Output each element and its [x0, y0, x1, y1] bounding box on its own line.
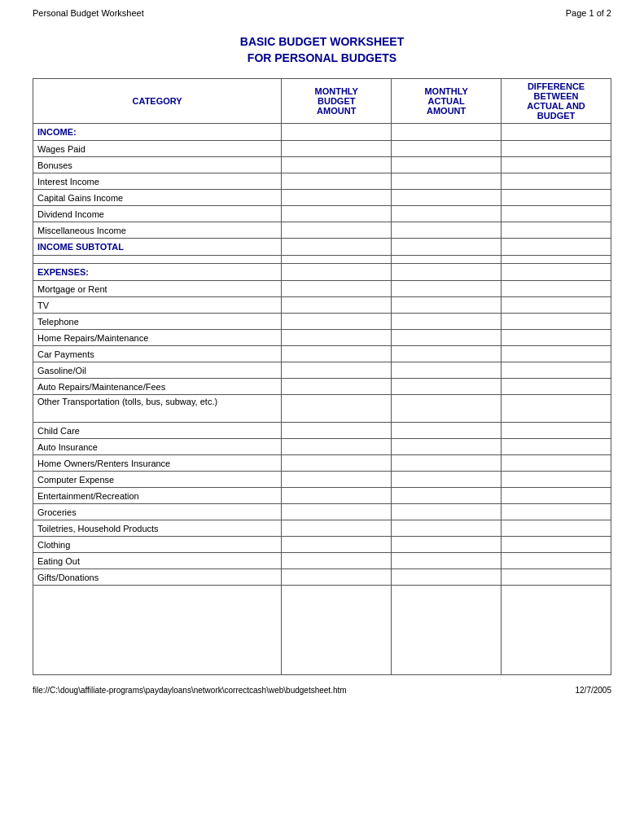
- category-cell: Computer Expense: [33, 472, 282, 488]
- actual-cell: [392, 346, 502, 362]
- category-cell: Gifts/Donations: [33, 569, 282, 586]
- table-row: [33, 256, 611, 264]
- actual-cell: [392, 222, 502, 239]
- actual-cell: [392, 157, 502, 173]
- category-cell: Home Repairs/Maintenance: [33, 330, 282, 346]
- difference-cell: [502, 190, 611, 206]
- category-cell: Other Transportation (tolls, bus, subway…: [33, 395, 282, 423]
- category-cell: Entertainment/Recreation: [33, 488, 282, 504]
- budget-cell: [282, 297, 392, 314]
- table-row: INCOME SUBTOTAL: [33, 239, 611, 256]
- category-cell: Telephone: [33, 314, 282, 330]
- budget-table: CATEGORY MONTHLYBUDGETAMOUNT MONTHLYACTU…: [33, 78, 611, 675]
- table-row: TV: [33, 297, 611, 314]
- difference-cell: [502, 362, 611, 379]
- budget-cell: [282, 395, 392, 423]
- budget-cell: [282, 314, 392, 330]
- difference-cell: [502, 141, 611, 157]
- category-cell: Eating Out: [33, 553, 282, 569]
- actual-cell: [392, 281, 502, 297]
- table-row: Computer Expense: [33, 472, 611, 488]
- budget-cell: [282, 190, 392, 206]
- category-cell: Miscellaneous Income: [33, 222, 282, 239]
- budget-cell: [282, 488, 392, 504]
- footer-right: 12/7/2005: [576, 686, 612, 695]
- table-row: Eating Out: [33, 553, 611, 569]
- difference-cell: [502, 314, 611, 330]
- table-row: Gifts/Donations: [33, 569, 611, 586]
- actual-cell: [392, 439, 502, 455]
- actual-cell: [392, 553, 502, 569]
- table-row: Home Repairs/Maintenance: [33, 330, 611, 346]
- col-category-header: CATEGORY: [33, 79, 282, 124]
- header-right: Page 1 of 2: [566, 8, 611, 18]
- table-row: Gasoline/Oil: [33, 362, 611, 379]
- worksheet-container: CATEGORY MONTHLYBUDGETAMOUNT MONTHLYACTU…: [0, 78, 644, 675]
- difference-cell: [502, 297, 611, 314]
- difference-cell: [502, 346, 611, 362]
- difference-cell: [502, 553, 611, 569]
- category-cell: Interest Income: [33, 173, 282, 190]
- category-cell: Child Care: [33, 423, 282, 439]
- budget-cell: [282, 379, 392, 395]
- budget-cell: [282, 157, 392, 173]
- actual-cell: [392, 190, 502, 206]
- title-line2: FOR PERSONAL BUDGETS: [0, 50, 644, 67]
- actual-cell: [392, 520, 502, 537]
- difference-cell: [502, 157, 611, 173]
- budget-cell: [282, 553, 392, 569]
- table-row: Telephone: [33, 314, 611, 330]
- category-cell: Car Payments: [33, 346, 282, 362]
- table-row: Miscellaneous Income: [33, 222, 611, 239]
- category-cell: Bonuses: [33, 157, 282, 173]
- actual-cell: [392, 504, 502, 520]
- table-row: Clothing: [33, 537, 611, 553]
- budget-cell: [282, 520, 392, 537]
- category-cell: Groceries: [33, 504, 282, 520]
- actual-cell: [392, 379, 502, 395]
- table-row: Mortgage or Rent: [33, 281, 611, 297]
- main-title: BASIC BUDGET WORKSHEET FOR PERSONAL BUDG…: [0, 22, 644, 78]
- difference-cell: [502, 472, 611, 488]
- category-cell: Auto Insurance: [33, 439, 282, 455]
- table-row: Home Owners/Renters Insurance: [33, 455, 611, 472]
- actual-cell: [392, 455, 502, 472]
- section-label-cell: EXPENSES:: [33, 264, 282, 281]
- table-row: EXPENSES:: [33, 264, 611, 281]
- table-row: INCOME:: [33, 124, 611, 141]
- actual-cell: [392, 173, 502, 190]
- budget-cell: [282, 455, 392, 472]
- budget-cell: [282, 330, 392, 346]
- difference-cell: [502, 395, 611, 423]
- category-cell: Mortgage or Rent: [33, 281, 282, 297]
- actual-cell: [392, 297, 502, 314]
- page-footer: file://C:\doug\affiliate-programs\payday…: [0, 679, 644, 701]
- table-row: Auto Repairs/Maintenance/Fees: [33, 379, 611, 395]
- table-row: Entertainment/Recreation: [33, 488, 611, 504]
- actual-cell: [392, 314, 502, 330]
- actual-cell: [392, 362, 502, 379]
- difference-cell: [502, 206, 611, 222]
- budget-cell: [282, 346, 392, 362]
- category-cell: TV: [33, 297, 282, 314]
- difference-cell: [502, 537, 611, 553]
- table-row: Auto Insurance: [33, 439, 611, 455]
- table-row: Capital Gains Income: [33, 190, 611, 206]
- category-cell: Clothing: [33, 537, 282, 553]
- budget-cell: [282, 206, 392, 222]
- table-row: Car Payments: [33, 346, 611, 362]
- actual-cell: [392, 569, 502, 586]
- difference-cell: [502, 281, 611, 297]
- actual-cell: [392, 206, 502, 222]
- difference-cell: [502, 520, 611, 537]
- budget-cell: [282, 423, 392, 439]
- difference-cell: [502, 173, 611, 190]
- actual-cell: [392, 330, 502, 346]
- budget-cell: [282, 537, 392, 553]
- budget-cell: [282, 173, 392, 190]
- actual-cell: [392, 423, 502, 439]
- category-cell: Auto Repairs/Maintenance/Fees: [33, 379, 282, 395]
- table-header-row: CATEGORY MONTHLYBUDGETAMOUNT MONTHLYACTU…: [33, 79, 611, 124]
- budget-cell: [282, 472, 392, 488]
- table-row: Child Care: [33, 423, 611, 439]
